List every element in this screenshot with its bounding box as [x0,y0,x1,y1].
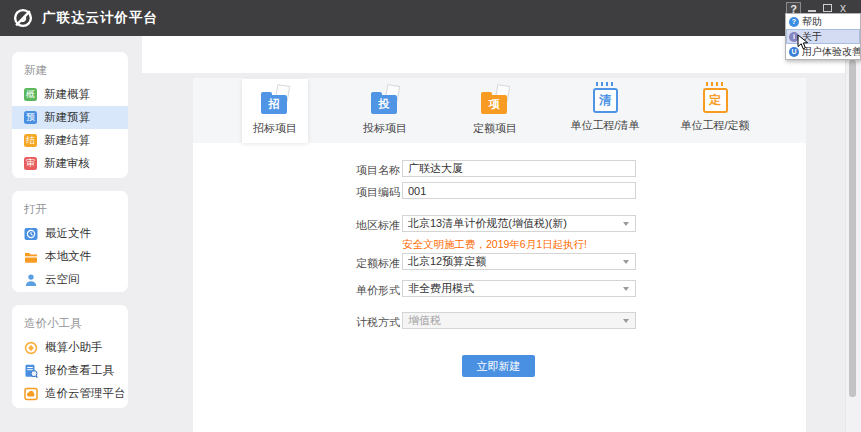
create-now-button[interactable]: 立即新建 [462,355,535,377]
local-files-icon [24,250,38,264]
chevron-down-icon [623,260,629,264]
estimate-icon: 概 [24,88,37,101]
sidebar-section-new: 新建 概 新建概算 预 新建预算 结 新建结算 审 新建审核 [12,52,128,178]
sidebar-item-new-review[interactable]: 审 新建审核 [12,152,128,175]
list-notepad-icon: 清 [593,88,618,113]
app-title: 广联达云计价平台 [42,0,158,36]
glodon-logo-icon [12,7,34,29]
project-name-input[interactable] [402,160,636,177]
title-bar: 广联达云计价平台 ? x [0,0,861,36]
budget-icon: 预 [24,111,37,124]
sidebar-item-estimate-helper[interactable]: 概算小助手 [12,336,128,359]
chevron-down-icon [623,319,629,323]
quota-notepad-icon: 定 [703,88,728,113]
form-row-project-code: 项目编码 [193,182,806,199]
new-project-panel: 招 招标项目 投 投标项目 项 定额项目 清 单位工程/清单 定 单位工程/定额 [193,78,806,432]
sidebar-item-local-files[interactable]: 本地文件 [12,245,128,268]
section-title-open: 打开 [24,202,128,217]
sidebar-item-new-estimate[interactable]: 概 新建概算 [12,83,128,106]
cloud-platform-icon [24,387,38,401]
recent-files-icon [24,227,38,241]
review-icon: 审 [24,157,37,170]
safety-fee-warning: 安全文明施工费，2019年6月1日起执行! [402,238,587,252]
form-row-unit-price-mode: 单价形式 非全费用模式 [193,280,806,297]
project-code-input[interactable] [402,182,636,199]
sidebar-item-new-budget[interactable]: 预 新建预算 [12,106,128,129]
form-row-tax-mode: 计税方式 增值税 [193,312,806,329]
tab-tender-project[interactable]: 投 投标项目 [352,79,418,143]
scrollbar-thumb[interactable] [849,60,856,397]
chevron-down-icon [623,222,629,226]
form-row-project-name: 项目名称 [193,160,806,177]
tender-folder-icon: 投 [371,84,399,116]
tab-quota-project[interactable]: 项 定额项目 [462,79,528,143]
section-title-new: 新建 [24,63,128,78]
section-title-tools: 造价小工具 [24,316,128,331]
help-circle-icon: ? [789,17,799,27]
tab-bid-project[interactable]: 招 招标项目 [242,79,308,143]
form-row-region-standard: 地区标准 北京13清单计价规范(增值税)(新) [193,215,806,232]
tax-mode-select: 增值税 [402,312,636,329]
location-strip [142,36,861,73]
tab-unit-project-quota[interactable]: 定 单位工程/定额 [682,79,748,143]
sidebar-section-tools: 造价小工具 概算小助手 报价查看工具 造价云管理平台 [12,305,128,408]
scrollbar-track[interactable] [845,36,861,432]
project-type-tabs: 招 招标项目 投 投标项目 项 定额项目 清 单位工程/清单 定 单位工程/定额 [193,78,806,143]
quote-viewer-icon [24,364,38,378]
sidebar-item-new-settlement[interactable]: 结 新建结算 [12,129,128,152]
mouse-cursor [797,34,809,51]
bid-folder-icon: 招 [261,84,289,116]
sidebar-item-cloud-platform[interactable]: 造价云管理平台 [12,382,128,405]
quota-standard-select[interactable]: 北京12预算定额 [402,253,636,270]
chevron-down-icon [623,287,629,291]
cloud-space-icon [24,273,38,287]
menu-item-help[interactable]: ? 帮助 [786,14,860,29]
quota-folder-icon: 项 [481,84,509,116]
region-standard-select[interactable]: 北京13清单计价规范(增值税)(新) [402,215,636,232]
sidebar-item-quote-viewer[interactable]: 报价查看工具 [12,359,128,382]
estimate-helper-icon [24,341,38,355]
sidebar-section-open: 打开 最近文件 本地文件 云空间 [12,191,128,292]
form-row-quota-standard: 定额标准 北京12预算定额 [193,253,806,270]
sidebar-item-cloud-space[interactable]: 云空间 [12,268,128,291]
tab-unit-project-list[interactable]: 清 单位工程/清单 [572,79,638,143]
settlement-icon: 结 [24,134,37,147]
sidebar-item-recent-files[interactable]: 最近文件 [12,222,128,245]
unit-price-mode-select[interactable]: 非全费用模式 [402,280,636,297]
